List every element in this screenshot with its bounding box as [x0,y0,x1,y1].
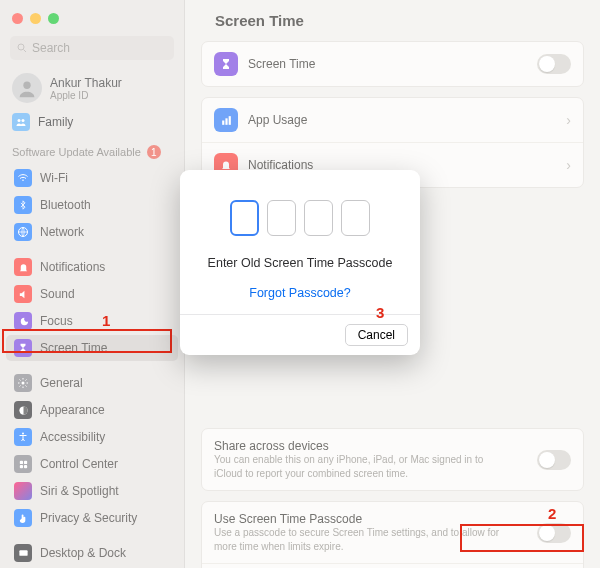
annotation-number-3: 3 [376,304,384,321]
passcode-digit-3[interactable] [304,200,333,236]
passcode-digit-4[interactable] [341,200,370,236]
passcode-input[interactable] [230,200,370,236]
modal-backdrop: Enter Old Screen Time Passcode Forgot Pa… [0,0,600,568]
annotation-number-1: 1 [102,312,110,329]
passcode-digit-2[interactable] [267,200,296,236]
passcode-modal: Enter Old Screen Time Passcode Forgot Pa… [180,170,420,355]
cancel-button[interactable]: Cancel [345,324,408,346]
modal-message: Enter Old Screen Time Passcode [208,256,393,270]
passcode-digit-1[interactable] [230,200,259,236]
annotation-number-2: 2 [548,505,556,522]
forgot-passcode-link[interactable]: Forgot Passcode? [249,286,350,300]
